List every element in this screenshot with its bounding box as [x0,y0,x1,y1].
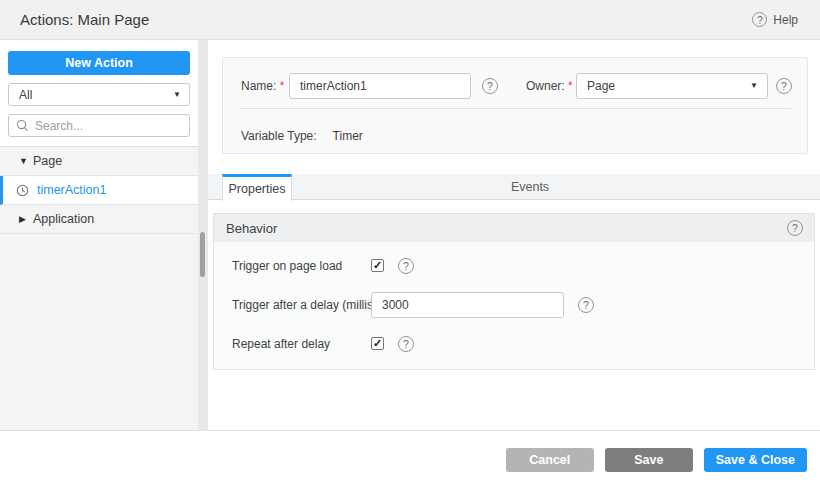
row-label: Trigger on page load [232,259,371,273]
help-label: Help [773,13,798,27]
actions-tree: ▼ Page timerAction1 ▶ Application [0,147,198,430]
tab-events[interactable]: Events [500,174,560,200]
behavior-row-trigger-on-load: Trigger on page load ✓ [214,246,814,285]
filter-dropdown-value: All [19,88,32,102]
sidebar-controls: New Action All ▼ [0,40,198,147]
delay-milliseconds-input[interactable] [371,292,564,318]
divider [239,108,791,109]
save-and-close-button[interactable]: Save & Close [704,448,807,472]
name-help-icon[interactable] [482,78,498,94]
behavior-row-trigger-delay: Trigger after a delay (millisec… [214,285,814,324]
new-action-button[interactable]: New Action [8,51,190,75]
trigger-on-load-checkbox[interactable]: ✓ [371,259,384,272]
dialog-footer: Cancel Save Save & Close [0,430,820,489]
actions-dialog: Actions: Main Page Help New Action All ▼ [0,0,820,489]
checkmark-icon: ✓ [373,338,382,349]
repeat-help-icon[interactable] [398,336,414,352]
trigger-on-load-help-icon[interactable] [398,258,414,274]
behavior-title: Behavior [226,221,277,236]
tree-item-timer-action[interactable]: timerAction1 [0,176,198,205]
variable-type-label: Variable Type: [241,129,317,143]
tree-item-label: Application [33,212,94,226]
actions-sidebar: New Action All ▼ ▼ Page [0,40,198,430]
action-summary-box: Name: * Owner: * Page ▼ Variable Type: T… [222,57,808,154]
page-title: Actions: Main Page [20,11,149,28]
tree-item-page[interactable]: ▼ Page [0,147,198,176]
help-icon [752,12,767,27]
search-box [8,114,190,137]
collapse-triangle-icon[interactable]: ▶ [19,214,33,224]
sidebar-scrollbar-track[interactable] [198,40,208,430]
row-label: Repeat after delay [232,337,371,351]
name-owner-row: Name: * Owner: * Page ▼ [223,73,807,100]
owner-help-icon[interactable] [776,78,792,94]
owner-select-value: Page [587,79,615,93]
dialog-header: Actions: Main Page Help [0,0,820,40]
chevron-down-icon: ▼ [173,91,181,99]
row-label: Trigger after a delay (millisec… [232,298,371,312]
behavior-help-icon[interactable] [787,220,803,236]
chevron-down-icon: ▼ [750,82,758,90]
behavior-panel-header: Behavior [214,214,814,242]
tab-properties[interactable]: Properties [222,174,292,201]
name-label: Name: * [241,73,284,100]
trigger-delay-help-icon[interactable] [578,297,594,313]
expand-triangle-icon[interactable]: ▼ [19,156,33,166]
tree-item-label: timerAction1 [37,183,106,197]
repeat-after-delay-checkbox[interactable]: ✓ [371,337,384,350]
save-button[interactable]: Save [605,448,693,472]
cancel-button[interactable]: Cancel [506,448,594,472]
action-editor: Name: * Owner: * Page ▼ Variable Type: T… [208,40,820,430]
editor-tabstrip: Properties Events [208,174,820,200]
owner-select[interactable]: Page ▼ [576,73,768,99]
behavior-panel-body: Trigger on page load ✓ Trigger after a d… [214,242,814,369]
checkmark-icon: ✓ [373,260,382,271]
filter-dropdown[interactable]: All ▼ [8,83,190,106]
required-asterisk: * [280,79,285,93]
tree-item-label: Page [33,154,62,168]
required-asterisk: * [568,79,573,93]
search-input[interactable] [8,114,190,137]
variable-type-value: Timer [333,129,363,143]
tree-item-application[interactable]: ▶ Application [0,205,198,234]
clock-icon [16,184,29,197]
search-icon [16,119,29,132]
sidebar-scrollbar-thumb[interactable] [200,232,205,277]
owner-label: Owner: * [526,73,573,100]
help-link[interactable]: Help [752,12,798,27]
name-input[interactable] [289,73,471,99]
behavior-panel: Behavior Trigger on page load ✓ Trigger … [213,213,815,370]
variable-type-row: Variable Type: Timer [241,122,363,150]
behavior-row-repeat: Repeat after delay ✓ [214,324,814,363]
